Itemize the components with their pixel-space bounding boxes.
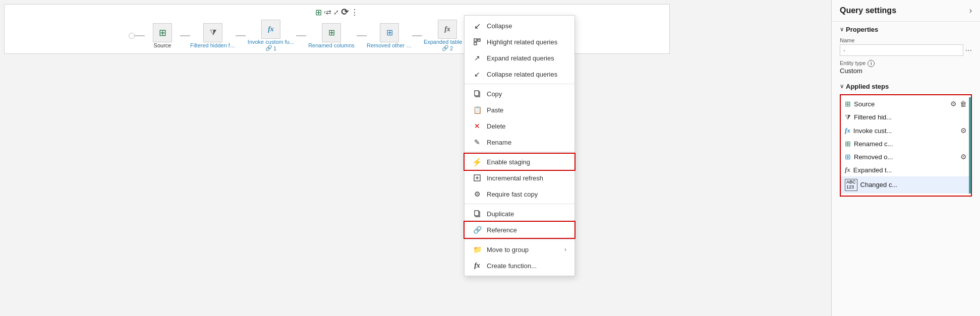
connector3 [236, 35, 246, 36]
connector2 [180, 35, 190, 36]
invoke-gear-icon[interactable]: ⚙ [960, 127, 967, 135]
chevron-down-icon-2: ∨ [840, 83, 844, 90]
panel-expand-button[interactable]: › [969, 6, 972, 15]
applied-step-invoke[interactable]: fx Invoke cust... ⚙ [841, 124, 971, 137]
applied-step-removed[interactable]: ⊞ Removed o... ⚙ [841, 150, 971, 163]
move-group-icon: 📁 [473, 245, 482, 254]
panel-header: Query settings › [832, 0, 980, 22]
applied-step-source[interactable]: ⊞ Source ⚙ 🗑 [841, 97, 971, 110]
source-delete-icon[interactable]: 🗑 [960, 100, 967, 108]
source-step-icon: ⊞ [845, 100, 851, 108]
menu-item-rename[interactable]: ✎ Rename [465, 134, 574, 150]
chevron-down-icon: ∨ [840, 26, 844, 33]
name-field: Name ··· [840, 37, 972, 56]
expanded-step-label: Expanded t... [853, 166, 967, 174]
teal-bar-3 [969, 124, 971, 137]
delete-icon: ✕ [473, 121, 482, 131]
copy-icon [473, 89, 482, 98]
fullscreen-button[interactable]: ⤢ [333, 7, 339, 18]
fast-copy-icon: ⚙ [473, 189, 482, 199]
step-invoke-label: Invoke custom fu... [248, 39, 294, 45]
applied-step-filtered[interactable]: ⧩ Filtered hid... [841, 110, 971, 124]
removed-gear-icon[interactable]: ⚙ [960, 153, 967, 161]
step-renamed-label: Renamed columns [308, 42, 355, 48]
connector6 [412, 35, 422, 36]
refresh-button[interactable]: ⟳ [341, 7, 349, 18]
incremental-icon [473, 173, 482, 182]
expanded-step-icon: fx [845, 166, 850, 174]
teal-bar-2 [969, 110, 971, 124]
applied-steps-section: ∨ Applied steps ⊞ Source ⚙ 🗑 ⧩ Filtered … [832, 83, 980, 316]
fx-icon: fx [473, 261, 482, 270]
properties-section: ∨ Properties Name ··· Entity type i Cust… [832, 22, 980, 83]
menu-item-paste[interactable]: 📋 Paste [465, 102, 574, 118]
source-step-label: Source [854, 100, 947, 108]
name-input[interactable] [840, 44, 963, 56]
name-more-button[interactable]: ··· [965, 46, 972, 55]
rename-icon: ✎ [473, 138, 482, 147]
more-button[interactable]: ⋮ [351, 7, 359, 18]
step-invoke-link: 1 [273, 45, 276, 51]
menu-item-duplicate[interactable]: Duplicate [465, 206, 574, 222]
info-icon: i [868, 60, 875, 67]
menu-item-collapse[interactable]: ↙ Collapse [465, 18, 574, 34]
step-removed-label: Removed other c... [367, 42, 412, 48]
step-removed[interactable]: ⊞ Removed other c... [367, 23, 412, 48]
invoke-step-icon: fx [845, 127, 850, 135]
invoke-step-label: Invoke cust... [853, 127, 957, 135]
menu-item-create-function[interactable]: fx Create function... [465, 258, 574, 274]
step-renamed[interactable]: ⊞ Renamed columns [306, 23, 357, 48]
renamed-step-icon: ⊞ [845, 140, 851, 148]
collapse-related-icon: ↙ [473, 70, 482, 79]
applied-step-changed[interactable]: ABC123 Changed c... [841, 176, 971, 194]
svg-rect-5 [475, 91, 479, 96]
expand-related-icon: ↗ [473, 53, 482, 62]
step-source[interactable]: ⊞ Source [145, 23, 180, 48]
changed-step-icon: ABC123 [845, 179, 857, 191]
pipeline-start-dot [129, 33, 135, 39]
menu-item-expand-related[interactable]: ↗ Expand related queries [465, 50, 574, 66]
filtered-step-icon: ⧩ [845, 113, 851, 121]
applied-steps-box: ⊞ Source ⚙ 🗑 ⧩ Filtered hid... fx Invoke… [840, 94, 972, 197]
applied-step-renamed[interactable]: ⊞ Renamed c... [841, 137, 971, 150]
teal-bar-7 [969, 176, 971, 194]
staging-icon: ⚡ [473, 157, 482, 166]
menu-item-reference[interactable]: 🔗 Reference [465, 222, 574, 238]
properties-header[interactable]: ∨ Properties [840, 26, 972, 33]
menu-item-enable-staging[interactable]: ⚡ Enable staging [465, 154, 574, 170]
menu-item-copy[interactable]: Copy [465, 86, 574, 102]
query-settings-panel: Query settings › ∨ Properties Name ··· E… [831, 0, 980, 316]
menu-item-move-to-group[interactable]: 📁 Move to group › [465, 241, 574, 258]
step-filtered[interactable]: ⧩ Filtered hidden fi... [190, 23, 236, 48]
filtered-step-label: Filtered hid... [854, 113, 967, 121]
menu-item-highlight[interactable]: Highlight related queries [465, 34, 574, 50]
svg-rect-2 [474, 42, 477, 45]
applied-steps-header[interactable]: ∨ Applied steps [840, 83, 972, 90]
entity-type-value: Custom [840, 67, 972, 75]
teal-bar-5 [969, 150, 971, 163]
removed-step-label: Removed o... [854, 153, 957, 161]
teal-bar-6 [969, 163, 971, 176]
duplicate-icon [473, 209, 482, 218]
menu-item-delete[interactable]: ✕ Delete [465, 118, 574, 134]
connector4 [296, 35, 306, 36]
step-invoke[interactable]: fx Invoke custom fu... 🔗 1 [246, 20, 296, 51]
menu-item-incremental[interactable]: Incremental refresh [465, 170, 574, 186]
collapse-icon: ↙ [473, 21, 482, 30]
svg-rect-0 [474, 39, 477, 41]
teal-bar [969, 97, 971, 110]
source-gear-icon[interactable]: ⚙ [950, 100, 957, 108]
entity-type-field: Entity type i Custom [840, 60, 972, 75]
applied-step-expanded[interactable]: fx Expanded t... [841, 163, 971, 176]
changed-step-label: Changed c... [860, 181, 967, 188]
renamed-step-label: Renamed c... [854, 140, 967, 148]
removed-step-icon: ⊞ [845, 153, 851, 161]
menu-item-collapse-related[interactable]: ↙ Collapse related queries [465, 66, 574, 82]
panel-title: Query settings [840, 6, 896, 15]
menu-item-fast-copy[interactable]: ⚙ Require fast copy [465, 186, 574, 202]
share-button[interactable]: ⇄ [326, 7, 331, 18]
menu-separator-2 [465, 152, 574, 152]
table-icon: ⊞ [315, 8, 322, 17]
arrow-right-icon: › [564, 246, 566, 253]
highlight-icon [473, 37, 482, 46]
